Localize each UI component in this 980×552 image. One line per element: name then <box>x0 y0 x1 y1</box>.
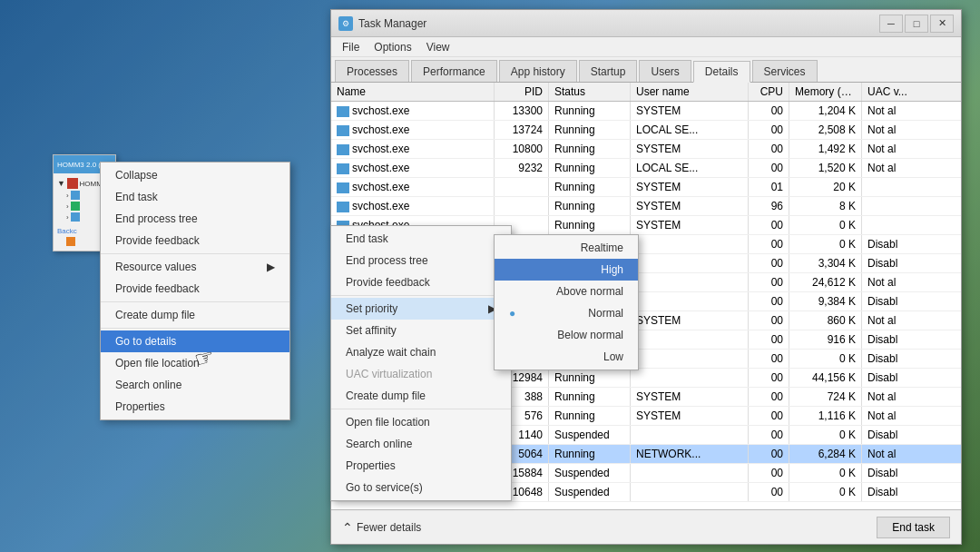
ctx-search-online[interactable]: Search online <box>101 374 289 396</box>
table-row[interactable]: svchost.exe Running SYSTEM 01 20 K <box>331 178 961 197</box>
tab-performance[interactable]: Performance <box>411 60 497 82</box>
ctx-go-to-details[interactable]: Go to details <box>101 330 289 352</box>
cell-username: SYSTEM <box>631 102 749 120</box>
ctx-p-search-online[interactable]: Search online <box>331 433 511 455</box>
cell-memory: 0 K <box>789 483 862 501</box>
tab-processes[interactable]: Processes <box>335 60 409 82</box>
ctx-create-dump[interactable]: Create dump file <box>101 304 289 326</box>
cell-uac <box>862 216 926 234</box>
cell-uac <box>862 178 926 196</box>
ctx-p-end-process-tree[interactable]: End process tree <box>331 250 511 271</box>
fewer-details-button[interactable]: ⌃ Fewer details <box>342 520 421 535</box>
cell-cpu: 00 <box>749 483 789 501</box>
title-bar-buttons: ─ □ ✕ <box>879 15 954 33</box>
cell-username: SYSTEM <box>631 407 749 425</box>
ctx-sub-above-normal[interactable]: Above normal <box>495 281 638 302</box>
end-task-button[interactable]: End task <box>877 517 950 538</box>
ctx-provide-feedback[interactable]: Provide feedback <box>101 230 289 251</box>
arrow-icon: ▶ <box>267 261 275 273</box>
app-icon-symbol: ⚙ <box>342 19 349 28</box>
ctx-p-go-to-service-label: Go to service(s) <box>346 481 423 494</box>
cell-memory: 724 K <box>789 388 862 406</box>
restore-button[interactable]: □ <box>905 15 928 33</box>
ctx-p-set-affinity[interactable]: Set affinity <box>331 320 511 341</box>
process-icon <box>71 212 80 222</box>
ctx-sub-normal[interactable]: ● Normal <box>495 302 638 324</box>
table-row[interactable]: svchost.exe Running SYSTEM 96 8 K <box>331 197 961 216</box>
cell-username: SYSTEM <box>631 197 749 215</box>
menu-options[interactable]: Options <box>367 39 418 55</box>
ctx-sub-below-normal[interactable]: Below normal <box>495 324 638 346</box>
table-row[interactable]: svchost.exe 13300 Running SYSTEM 00 1,20… <box>331 102 961 121</box>
cell-status: Running <box>549 178 631 196</box>
cell-name: svchost.exe <box>331 121 495 139</box>
table-row[interactable]: svchost.exe 9232 Running LOCAL SE... 00 … <box>331 159 961 178</box>
table-row[interactable]: svchost.exe 13724 Running LOCAL SE... 00… <box>331 121 961 140</box>
cell-status: Running <box>549 159 631 177</box>
header-uac[interactable]: UAC v... <box>862 83 926 101</box>
cell-status: Running <box>549 140 631 158</box>
ctx-resource-values-label: Resource values <box>115 261 196 273</box>
ctx-end-process-tree[interactable]: End process tree <box>101 208 289 230</box>
header-memory[interactable]: Memory (a... <box>789 83 862 101</box>
cell-memory: 0 K <box>789 216 862 234</box>
title-bar-text: Task Manager <box>358 17 879 30</box>
ctx-sub-above-normal-label: Above normal <box>556 285 623 298</box>
header-cpu[interactable]: CPU <box>749 83 789 101</box>
ctx-p-end-task[interactable]: End task <box>331 228 511 250</box>
header-name[interactable]: Name <box>331 83 495 101</box>
menu-view[interactable]: View <box>419 39 457 55</box>
process-icon <box>66 237 75 246</box>
ctx-p-properties[interactable]: Properties <box>331 455 511 477</box>
minimize-button[interactable]: ─ <box>879 15 903 33</box>
cell-username: SYSTEM <box>631 311 749 330</box>
cell-memory: 3,304 K <box>789 254 862 272</box>
ctx-sub-low[interactable]: Low <box>495 346 638 368</box>
cell-username <box>631 254 749 272</box>
ctx-sub-high[interactable]: High <box>495 259 638 281</box>
tab-services[interactable]: Services <box>752 60 818 82</box>
cell-cpu: 00 <box>749 350 789 368</box>
cell-cpu: 00 <box>749 445 789 463</box>
title-bar: ⚙ Task Manager ─ □ ✕ <box>331 10 961 37</box>
ctx-p-uac: UAC virtualization <box>331 363 511 385</box>
ctx-search-online-label: Search online <box>115 379 181 391</box>
cell-memory: 1,116 K <box>789 407 862 425</box>
ctx-p-open-file[interactable]: Open file location <box>331 411 511 433</box>
table-row[interactable]: svchost.exe 10800 Running SYSTEM 00 1,49… <box>331 140 961 159</box>
ctx-provide-feedback-2[interactable]: Provide feedback <box>101 278 289 300</box>
cell-name: svchost.exe <box>331 197 495 215</box>
header-username[interactable]: User name <box>631 83 749 101</box>
ctx-p-separator-1 <box>331 295 511 296</box>
ctx-collapse[interactable]: Collapse <box>101 164 289 186</box>
tab-users[interactable]: Users <box>639 60 691 82</box>
ctx-p-provide-feedback[interactable]: Provide feedback <box>331 271 511 293</box>
tab-startup[interactable]: Startup <box>579 60 638 82</box>
cell-name: svchost.exe <box>331 159 495 177</box>
ctx-resource-values[interactable]: Resource values ▶ <box>101 256 289 278</box>
ctx-p-go-to-service[interactable]: Go to service(s) <box>331 477 511 498</box>
cell-pid: 9232 <box>495 159 549 177</box>
header-status[interactable]: Status <box>549 83 631 101</box>
ctx-p-separator-2 <box>331 409 511 409</box>
tab-details[interactable]: Details <box>693 61 750 83</box>
tabs-bar: Processes Performance App history Startu… <box>331 57 961 83</box>
ctx-p-analyze-wait[interactable]: Analyze wait chain <box>331 341 511 363</box>
cell-cpu: 00 <box>749 254 789 272</box>
ctx-end-task[interactable]: End task <box>101 186 289 208</box>
cell-pid <box>495 178 549 196</box>
ctx-p-set-priority[interactable]: Set priority ▶ <box>331 298 511 320</box>
ctx-p-uac-label: UAC virtualization <box>346 368 432 380</box>
menu-file[interactable]: File <box>335 39 367 55</box>
cell-uac: Not al <box>862 273 926 291</box>
tab-app-history[interactable]: App history <box>499 60 577 82</box>
cell-memory: 44,156 K <box>789 369 862 387</box>
close-button[interactable]: ✕ <box>930 15 954 33</box>
ctx-open-file[interactable]: Open file location <box>101 352 289 374</box>
cell-cpu: 00 <box>749 292 789 310</box>
ctx-p-create-dump[interactable]: Create dump file <box>331 385 511 407</box>
header-pid[interactable]: PID <box>495 83 549 101</box>
ctx-sub-realtime[interactable]: Realtime <box>495 237 638 259</box>
ctx-open-file-label: Open file location <box>115 357 200 370</box>
ctx-properties[interactable]: Properties <box>101 396 289 418</box>
